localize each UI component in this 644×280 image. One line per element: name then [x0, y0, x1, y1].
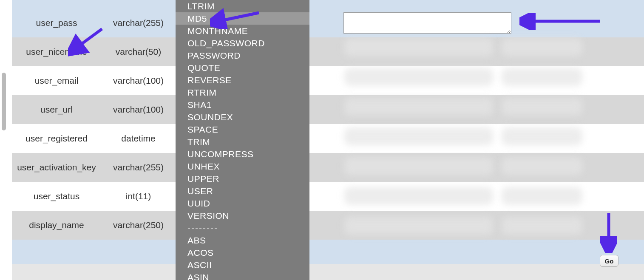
dropdown-option[interactable]: PASSWORD	[176, 49, 309, 62]
dropdown-option[interactable]: REVERSE	[176, 74, 309, 86]
dropdown-option[interactable]: RTRIM	[176, 86, 309, 99]
dropdown-option[interactable]: LTRIM	[176, 0, 309, 12]
dropdown-option[interactable]: SOUNDEX	[176, 111, 309, 123]
column-name-cell: user_url	[12, 105, 101, 115]
column-name-cell: user_pass	[12, 18, 101, 28]
dropdown-option[interactable]: MD5	[176, 12, 309, 25]
dropdown-option[interactable]: UNCOMPRESS	[176, 148, 309, 160]
column-name-cell: display_name	[12, 220, 101, 230]
function-select-dropdown[interactable]: LTRIMMD5MONTHNAMEOLD_PASSWORDPASSWORDQUO…	[176, 0, 309, 280]
column-type-cell: varchar(250)	[101, 220, 176, 230]
column-name-cell: user_activation_key	[12, 162, 101, 173]
table-row: user_registered datetime	[12, 124, 644, 153]
table-row	[12, 0, 644, 8]
column-type-cell: varchar(255)	[101, 18, 176, 28]
column-type-cell: varchar(255)	[101, 162, 176, 173]
fields-table: user_pass varchar(255) user_nicename var…	[12, 0, 644, 280]
table-row: user_email varchar(100)	[12, 66, 644, 95]
footer-row	[12, 240, 644, 264]
dropdown-option[interactable]: ACOS	[176, 246, 309, 259]
dropdown-option[interactable]: ABS	[176, 234, 309, 246]
dropdown-option[interactable]: UNHEX	[176, 160, 309, 173]
table-row: user_nicename varchar(50)	[12, 37, 644, 66]
dropdown-option[interactable]: UUID	[176, 197, 309, 209]
column-type-cell: datetime	[101, 133, 176, 144]
go-button[interactable]: Go	[600, 255, 618, 267]
dropdown-option[interactable]: ASCII	[176, 259, 309, 271]
dropdown-option[interactable]: SPACE	[176, 123, 309, 136]
column-type-cell: varchar(100)	[101, 105, 176, 115]
table-row: user_pass varchar(255)	[12, 8, 644, 37]
footer-stripe	[12, 264, 644, 280]
dropdown-option[interactable]: QUOTE	[176, 62, 309, 74]
dropdown-option[interactable]: TRIM	[176, 136, 309, 148]
vertical-scrollbar-thumb[interactable]	[2, 73, 6, 130]
column-type-cell: int(11)	[101, 191, 176, 201]
value-input-user-pass[interactable]	[343, 12, 511, 34]
column-name-cell: user_email	[12, 76, 101, 86]
column-type-cell: varchar(50)	[101, 47, 176, 57]
column-type-cell: varchar(100)	[101, 76, 176, 86]
dropdown-option[interactable]: SHA1	[176, 99, 309, 111]
dropdown-option[interactable]: ASIN	[176, 271, 309, 280]
table-row: user_url varchar(100)	[12, 95, 644, 124]
table-row: display_name varchar(250)	[12, 211, 644, 240]
dropdown-option[interactable]: VERSION	[176, 209, 309, 222]
column-name-cell: user_registered	[12, 133, 101, 144]
column-name-cell: user_status	[12, 191, 101, 201]
table-row: user_activation_key varchar(255)	[12, 153, 644, 182]
dropdown-separator: --------	[176, 222, 309, 234]
dropdown-option[interactable]: MONTHNAME	[176, 25, 309, 37]
dropdown-option[interactable]: OLD_PASSWORD	[176, 37, 309, 49]
dropdown-option[interactable]: UPPER	[176, 173, 309, 185]
column-name-cell: user_nicename	[12, 47, 101, 57]
dropdown-option[interactable]: USER	[176, 185, 309, 197]
table-row: user_status int(11)	[12, 182, 644, 211]
